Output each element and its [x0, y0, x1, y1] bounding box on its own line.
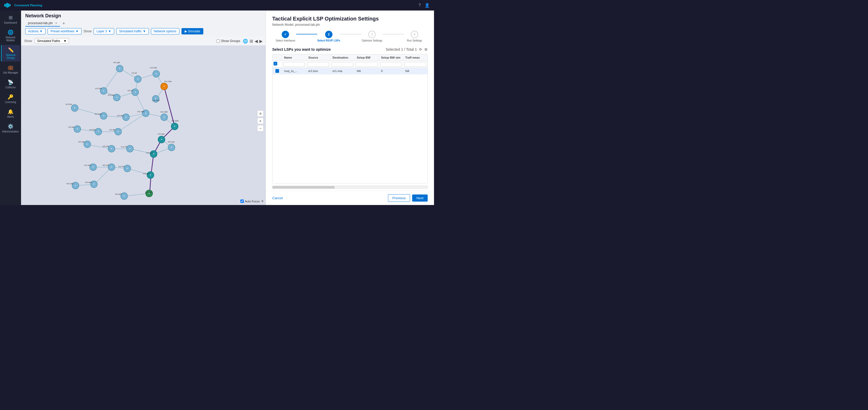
filter-name-input[interactable] — [283, 62, 305, 67]
zoom-in-button[interactable]: + — [257, 118, 264, 124]
node-er1lax[interactable]: ✦ — [71, 104, 79, 112]
cancel-button[interactable]: Cancel — [272, 196, 283, 200]
simulated-traffic-button[interactable]: Simulated traffic ▼ — [116, 28, 149, 34]
node-er1nyc[interactable]: ✦ — [168, 144, 175, 151]
filter-setup-bw-sim-input[interactable] — [380, 62, 402, 67]
list-view-button[interactable]: ≡ — [257, 110, 264, 117]
scroll-thumb[interactable] — [273, 186, 335, 189]
next-icon[interactable]: ▶ — [259, 39, 262, 44]
actions-button[interactable]: Actions ▼ — [25, 28, 45, 34]
sidebar-item-job-manager[interactable]: 💼 Job Manager — [1, 63, 20, 76]
step-label-3: Optimize Settings — [362, 39, 382, 42]
autofocus-checkbox[interactable]: Auto-Focus — [240, 200, 259, 203]
nd-tab-main[interactable]: processed-lab.pln ✕ — [25, 20, 60, 27]
node-er1mia[interactable]: ✦ — [160, 83, 168, 90]
sidebar-item-licensing[interactable]: 🔑 Licensing — [1, 92, 20, 106]
node-er1chi[interactable]: ✦ — [108, 164, 115, 171]
simulate-button[interactable]: ▶ Simulate — [182, 28, 204, 34]
header-checkbox[interactable]: ✓ — [274, 62, 277, 65]
svg-rect-4 — [9, 4, 10, 6]
map-area: Show Simulated Paths ▼ Show Groups 🌐 ⊞ ◀… — [21, 37, 266, 205]
label-er1bos: er1.bos — [145, 191, 152, 194]
app-title: Crosswork Planning — [14, 4, 42, 7]
network-options-button[interactable]: Network options — [151, 28, 179, 34]
globe-icon[interactable]: 🌐 — [243, 39, 248, 44]
filter-setup-bw-input[interactable] — [355, 62, 377, 67]
node-cr2mia[interactable]: ✦ — [153, 70, 160, 77]
panel-footer: Cancel Previous Next — [266, 191, 434, 205]
th-setup-bw: Setup BW — [354, 55, 379, 61]
crosshair-icon[interactable]: ✛ — [261, 200, 264, 203]
row-setup-bw: NA — [354, 68, 379, 74]
tab-close-icon[interactable]: ✕ — [55, 22, 57, 25]
row-name: rsvp_to_... — [282, 68, 306, 74]
lsp-table: Name Source Destination Setup BW Setup B… — [272, 54, 428, 183]
label-cr2wdc: cr2.wdc — [172, 119, 179, 122]
sidebar-label-network-design: Network Design — [3, 54, 19, 59]
sidebar-item-administration[interactable]: ⚙️ Administration — [1, 122, 20, 135]
previous-button[interactable]: Previous — [388, 194, 410, 202]
show-dropdown[interactable]: Simulated Paths ▼ — [35, 38, 69, 44]
map-icons: 🌐 ⊞ ◀ ▶ — [243, 39, 262, 44]
sidebar-item-alerts[interactable]: 🔔 Alerts — [1, 107, 20, 121]
layout-icon[interactable]: ⊞ — [250, 39, 253, 44]
node-cr2wdc[interactable]: ✦ — [171, 123, 178, 130]
sidebar-label-job-manager: Job Manager — [3, 71, 18, 74]
autofocus-input[interactable] — [240, 200, 244, 203]
label-er1wdc: er1.wdc — [160, 111, 168, 113]
help-icon[interactable]: ? — [418, 3, 421, 8]
nd-toolbar: Actions ▼ Preset workflows ▼ Show Layer … — [25, 28, 261, 37]
filter-source-input[interactable] — [307, 62, 329, 67]
show-groups-label: Show Groups — [221, 39, 240, 43]
node-cr1nyc[interactable]: ✦ — [158, 136, 165, 143]
sidebar-item-dashboard[interactable]: ⊞ Dashboard — [1, 12, 20, 26]
row-traff-meas: NA — [403, 68, 427, 74]
node-er1wdc[interactable]: ✦ — [160, 113, 168, 121]
th-destination: Destination — [330, 55, 354, 61]
step-1: ✓ Select Interfaces — [275, 31, 296, 42]
node-cr1at[interactable]: ✦ — [134, 75, 142, 83]
label-er1key: er1.key — [95, 113, 101, 115]
settings-icon[interactable]: ⚙ — [424, 47, 428, 52]
row-checkbox[interactable] — [275, 69, 279, 73]
table-row[interactable]: rsvp_to_... er1.bos er1.mia NA 0 NA — [273, 68, 427, 74]
layer-button[interactable]: Layer 3 ▼ — [94, 28, 114, 34]
show-groups-checkbox[interactable]: Show Groups — [216, 39, 240, 43]
sidebar-item-network-design[interactable]: ✏️ Network Design — [1, 45, 20, 62]
user-icon[interactable]: 👤 — [425, 3, 430, 8]
node-er1ajc[interactable]: ✦ — [84, 141, 91, 148]
map-bottom: Auto-Focus ✛ — [240, 200, 264, 203]
node-er1api[interactable]: ✦ — [116, 65, 123, 72]
next-button[interactable]: Next — [412, 195, 428, 202]
filter-destination-input[interactable] — [332, 62, 353, 67]
node-cr2lax[interactable]: ✦ — [74, 125, 81, 133]
zoom-out-button[interactable]: − — [257, 125, 264, 131]
preset-workflows-button[interactable]: Preset workflows ▼ — [48, 28, 82, 34]
label-cr2nyc: cr2.nyc — [146, 152, 153, 154]
label-er1phi: er1.phi — [115, 193, 122, 195]
stepper: ✓ Select Interfaces 2 Select RSVP LSPs 3… — [272, 31, 428, 42]
filter-traff-meas-input[interactable] — [404, 62, 426, 67]
show-groups-input[interactable] — [216, 39, 220, 43]
selected-count: Selected 1 / Total 1 — [385, 47, 417, 52]
alerts-icon: 🔔 — [8, 109, 13, 114]
horizontal-scrollbar[interactable] — [272, 185, 428, 189]
sidebar-label-network-models: Network Models — [2, 36, 19, 42]
row-checkbox-cell — [273, 68, 282, 74]
sidebar-item-network-models[interactable]: 🌐 Network Models — [1, 27, 20, 44]
step-label-4: Run Settings — [407, 39, 422, 42]
node-cr1chi[interactable]: ✦ — [126, 145, 134, 152]
add-tab-button[interactable]: + — [61, 21, 66, 26]
node-cr1ajc[interactable]: ✦ — [115, 128, 122, 135]
sidebar-label-dashboard: Dashboard — [4, 21, 17, 24]
step-line-1-2 — [296, 34, 317, 34]
node-cr2chi[interactable]: ✦ — [108, 145, 115, 152]
node-cr1chi2[interactable]: ✦ — [124, 165, 131, 172]
label-cr1wdc: cr1.wdc — [137, 110, 145, 113]
prev-icon[interactable]: ◀ — [255, 39, 258, 44]
node-cr2ajc[interactable]: ✦ — [95, 128, 102, 135]
refresh-icon[interactable]: ⟳ — [419, 47, 422, 52]
sidebar-item-collector[interactable]: 📡 Collector — [1, 77, 20, 91]
sidebar-label-licensing: Licensing — [5, 101, 16, 104]
svg-line-6 — [104, 69, 120, 91]
